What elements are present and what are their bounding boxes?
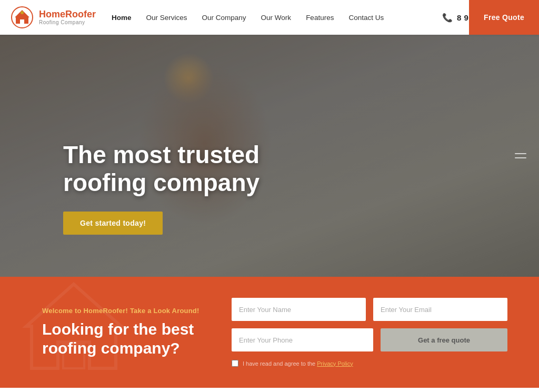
svg-point-2 [21, 11, 24, 14]
logo-name: HomeRoofer [39, 9, 96, 20]
free-quote-button[interactable]: Free Quote [469, 0, 539, 35]
privacy-text: I have read and agree to the Privacy Pol… [243, 360, 353, 367]
nav-item-work[interactable]: Our Work [261, 14, 292, 22]
logo: HomeRoofer Roofing Company [11, 6, 96, 29]
logo-text: HomeRoofer Roofing Company [39, 9, 96, 26]
hero-cta-button[interactable]: Get started today! [63, 212, 163, 235]
hero-content: The most trusted roofing company Get sta… [63, 141, 316, 235]
privacy-checkbox[interactable] [232, 360, 238, 367]
orange-heading: Looking for the best roofing company? [42, 320, 211, 358]
slider-line-2 [515, 157, 526, 158]
quote-form: Get a free quote I have read and agree t… [232, 298, 507, 367]
nav-item-contact[interactable]: Contact Us [348, 14, 384, 22]
get-quote-button[interactable]: Get a free quote [381, 328, 507, 351]
nav-item-services[interactable]: Our Services [146, 14, 187, 22]
email-input[interactable] [373, 298, 507, 321]
hero-title: The most trusted roofing company [63, 141, 316, 197]
form-row-1 [232, 298, 507, 321]
welcome-text: Welcome to HomeRoofer! Take a Look Aroun… [42, 307, 211, 315]
main-nav: Home Our Services Our Company Our Work F… [112, 14, 442, 22]
phone-input[interactable] [232, 328, 373, 351]
nav-item-company[interactable]: Our Company [202, 14, 246, 22]
slider-controls[interactable] [515, 153, 526, 158]
nav-item-features[interactable]: Features [306, 14, 334, 22]
name-input[interactable] [232, 298, 366, 321]
logo-subtitle: Roofing Company [39, 19, 96, 25]
phone-icon: 📞 [442, 13, 453, 23]
slider-line-1 [515, 153, 526, 154]
bottom-teaser: Trust the Experts for All Your Roofing N… [0, 388, 539, 392]
header: HomeRoofer Roofing Company Home Our Serv… [0, 0, 539, 35]
orange-left-content: Welcome to HomeRoofer! Take a Look Aroun… [42, 307, 211, 358]
orange-section: Welcome to HomeRoofer! Take a Look Aroun… [0, 277, 539, 388]
logo-icon [11, 6, 34, 29]
form-row-2: Get a free quote [232, 328, 507, 351]
nav-item-home[interactable]: Home [112, 14, 132, 22]
privacy-row: I have read and agree to the Privacy Pol… [232, 360, 507, 367]
privacy-link[interactable]: Privacy Policy [317, 360, 353, 367]
hero-section: The most trusted roofing company Get sta… [0, 35, 539, 277]
